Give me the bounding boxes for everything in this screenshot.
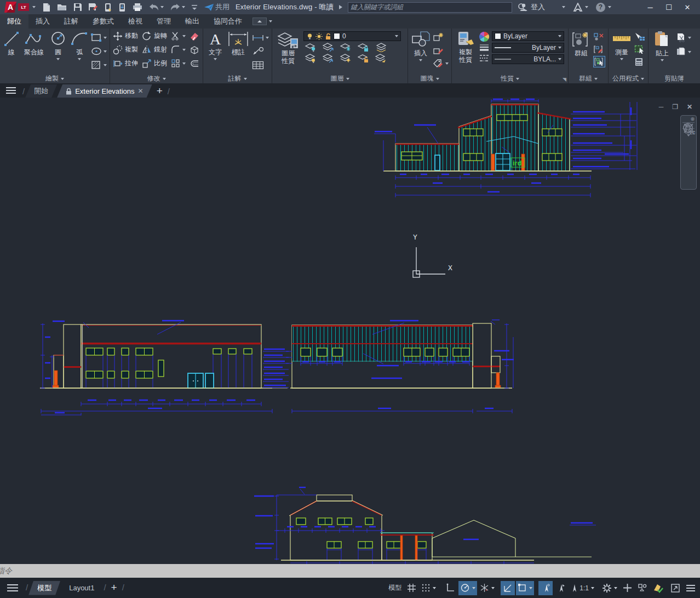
group-button[interactable]: 群組 [571,30,591,74]
layer-unlock-button[interactable] [357,54,369,63]
signin-button[interactable]: 登入 [519,2,565,12]
ribbon-tab-insert[interactable]: 插入 [28,14,57,29]
layer-freeze-button[interactable] [340,43,352,52]
match-properties-button[interactable]: 複製性質 [455,30,477,74]
isolate-objects-button[interactable] [635,581,650,595]
file-tab-menu-button[interactable] [0,83,22,98]
osnap-tracking-toggle[interactable] [501,581,515,595]
cut-button[interactable] [675,32,691,43]
color-wheel-icon[interactable] [479,31,490,42]
trim-button[interactable] [171,30,186,42]
object-color-dropdown[interactable]: ByLayer [492,31,564,41]
quick-select-button[interactable] [634,31,645,42]
scale-button[interactable]: 比例 [142,58,168,69]
title-expand-icon[interactable] [339,5,342,9]
navbar-close-icon[interactable]: ⊗ [690,116,695,122]
ribbon-tab-annotate[interactable]: 註解 [57,14,85,29]
save-button[interactable] [73,3,82,12]
redo-button[interactable] [170,3,185,11]
layer-properties-button[interactable]: 圖層性質 [275,30,301,74]
change-to-current-layer-button[interactable] [375,54,387,63]
move-button[interactable]: 移動 [113,30,139,42]
open-file-button[interactable] [57,3,67,12]
close-button[interactable]: ✕ [678,0,697,14]
line-button[interactable]: 線 [3,30,20,74]
panel-label-block[interactable]: 圖塊 [408,74,451,83]
share-button[interactable]: 共用 [204,2,229,12]
create-block-button[interactable] [433,31,449,43]
layout-menu-button[interactable] [0,584,25,592]
mirror-button[interactable]: 鏡射 [142,44,168,55]
circle-button[interactable]: 圓 [48,30,68,74]
open-from-web-mobile-button[interactable] [104,3,112,12]
array-button[interactable] [171,58,186,69]
model-tab[interactable]: 模型 [28,581,60,595]
workspace-switching-button[interactable] [600,581,619,595]
help-button[interactable]: ? [596,3,611,12]
layer-dropdown[interactable]: 0 [303,31,401,41]
crosshair-settings-button[interactable] [620,581,634,595]
panel-label-clipboard[interactable]: 剪貼簿 [649,74,700,83]
linetype-icon[interactable] [479,54,490,63]
file-tab-document[interactable]: Exterior Elevations ✕ [57,84,152,98]
ungroup-button[interactable] [593,31,605,42]
quick-calc-select-button[interactable] [634,43,645,55]
layer-on-button[interactable] [305,54,317,63]
fillet-button[interactable] [171,44,186,55]
quick-calculator-button[interactable] [634,56,645,67]
panel-label-groups[interactable]: 群組 [569,74,608,83]
offset-button[interactable] [190,58,200,69]
panel-label-utilities[interactable]: 公用程式 [609,74,648,83]
polyline-button[interactable]: 聚合線 [22,30,46,74]
copy-clip-button[interactable] [675,46,691,58]
file-tab-start[interactable]: 開始 [25,84,57,98]
ellipse-button[interactable] [91,45,107,57]
minimize-button[interactable]: ─ [641,0,659,14]
new-drawing-tab-button[interactable]: + [157,85,163,97]
dimension-button[interactable]: 標註 [227,30,250,74]
layer-off-button[interactable] [305,43,317,52]
drawing-canvas[interactable]: ird Y X [0,98,700,565]
ribbon-minimize-button[interactable] [253,14,272,29]
group-selection-toggle[interactable] [593,56,605,67]
maximize-button[interactable]: ☐ [659,0,678,14]
new-layout-button[interactable]: + [111,582,117,594]
explode-button[interactable] [190,44,200,55]
layout1-tab[interactable]: Layout1 [60,581,103,595]
clean-screen-button[interactable] [668,581,682,595]
polar-tracking-toggle[interactable] [458,581,477,595]
snap-toggle[interactable] [420,581,438,595]
group-edit-button[interactable] [593,43,605,55]
grid-toggle[interactable] [404,581,418,595]
linetype-dropdown[interactable]: BYLA... [492,54,564,64]
drawing-restore-button[interactable]: ❐ [672,103,678,111]
panel-label-modify[interactable]: 修改 [110,74,203,83]
drawing-minimize-button[interactable]: ─ [659,103,664,111]
panel-label-draw[interactable]: 繪製 [0,74,110,83]
drawing-close-button[interactable]: ✕ [687,103,692,111]
ribbon-tab-parametric[interactable]: 參數式 [85,14,121,29]
app-menu-button[interactable]: A LT [4,2,36,13]
paste-button[interactable]: 貼上 [651,30,673,74]
panel-label-layers[interactable]: 圖層 [272,74,408,83]
measure-button[interactable]: 測量 [611,30,632,74]
ribbon-tab-collaborate[interactable]: 協同合作 [206,14,249,29]
model-space-toggle[interactable]: 模型 [387,581,403,595]
text-button[interactable]: A 文字 [206,30,225,74]
osnap-toggle[interactable] [516,581,534,595]
app-store-button[interactable] [573,3,588,12]
properties-dialog-launcher[interactable]: ◥ [563,77,566,82]
ribbon-tab-manage[interactable]: 管理 [150,14,178,29]
lineweight-icon[interactable] [479,44,490,53]
layer-isolate-button[interactable] [322,43,334,52]
annotation-scale-button[interactable]: 1:1 [569,581,596,595]
erase-button[interactable] [190,30,200,42]
panel-label-annotate[interactable]: 註解 [203,74,272,83]
isodraft-toggle[interactable] [478,581,496,595]
make-current-layer-button[interactable] [375,43,387,52]
save-as-button[interactable] [88,3,98,12]
save-to-web-mobile-button[interactable] [118,3,127,12]
layer-thaw-all-button[interactable] [340,54,352,63]
undo-button[interactable] [148,3,164,11]
edit-attributes-button[interactable] [433,58,449,69]
